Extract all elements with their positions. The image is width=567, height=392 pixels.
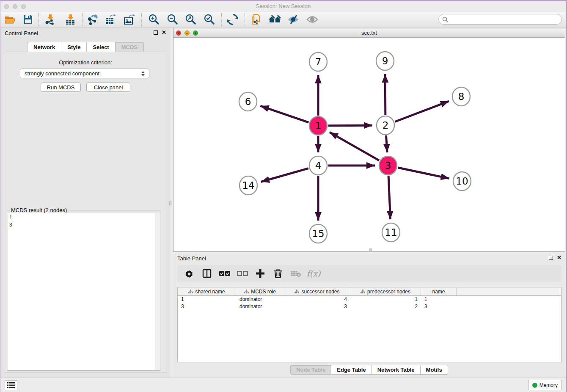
import-network-icon[interactable] <box>43 13 57 26</box>
criterion-select[interactable]: strongly connected component <box>20 69 149 78</box>
tab-node-table[interactable]: Node Table <box>290 365 331 375</box>
open-folder-icon[interactable] <box>3 13 17 26</box>
network-window-titlebar[interactable]: ✕ − + scc.txt <box>173 28 565 38</box>
mcds-result-group: MCDS result (2 nodes) 1 3 <box>7 210 160 371</box>
search-input[interactable] <box>450 17 556 22</box>
cell-name[interactable]: 1 <box>421 296 457 303</box>
attribute-tree-icon <box>361 290 365 294</box>
tab-edge-table[interactable]: Edge Table <box>331 365 371 375</box>
cell-shared-name[interactable]: 1 <box>178 296 236 303</box>
clone-network-icon[interactable] <box>249 13 263 26</box>
resize-grip[interactable] <box>369 248 372 251</box>
close-panel-button[interactable]: Close panel <box>86 83 130 92</box>
select-none-icon[interactable] <box>237 268 248 279</box>
table-row[interactable]: 3dominator323 <box>178 303 561 310</box>
gear-icon[interactable] <box>183 268 195 279</box>
refresh-icon[interactable] <box>226 13 240 26</box>
cell-successor-nodes[interactable]: 4 <box>284 296 350 303</box>
zoom-out-icon[interactable] <box>165 13 179 26</box>
export-network-icon[interactable] <box>85 13 100 26</box>
network-canvas[interactable]: 1234678910111415 <box>173 38 565 251</box>
float-table-panel-icon[interactable] <box>549 256 553 260</box>
list-icon <box>7 382 15 388</box>
add-icon[interactable] <box>254 268 266 279</box>
column-header-shared-name[interactable]: shared name <box>178 287 236 295</box>
task-history-button[interactable] <box>5 380 17 390</box>
cell-shared-name[interactable]: 3 <box>178 303 236 310</box>
delete-table-icon[interactable] <box>290 268 302 279</box>
cell-predecessor-nodes[interactable]: 2 <box>350 303 421 310</box>
export-table-icon[interactable] <box>104 13 118 26</box>
trash-icon[interactable] <box>272 268 284 279</box>
attribute-tree-icon <box>244 290 249 294</box>
home-networks-icon[interactable] <box>267 13 282 26</box>
float-panel-icon[interactable] <box>154 30 158 35</box>
node-label-6: 6 <box>245 96 251 107</box>
status-bar: Memory <box>0 378 566 392</box>
table-panel: Table Panel ✕ <box>173 254 565 378</box>
function-icon[interactable]: f(x) <box>308 268 319 279</box>
export-image-icon[interactable] <box>122 13 137 26</box>
node-label-10: 10 <box>456 176 468 187</box>
cell-predecessor-nodes[interactable]: 1 <box>350 296 421 303</box>
result-scrollbar[interactable] <box>155 213 160 370</box>
edge-1-2[interactable] <box>328 125 372 126</box>
node-table[interactable]: shared nameMCDS rolesuccessor nodesprede… <box>177 287 561 362</box>
toolbar-separator <box>82 13 83 26</box>
save-icon[interactable] <box>21 13 35 26</box>
network-view-title: scc.txt <box>173 30 565 36</box>
zoom-fit-icon[interactable] <box>183 13 198 26</box>
edge-2-3[interactable] <box>386 135 388 152</box>
tab-network[interactable]: Network <box>27 42 61 52</box>
edge-3-1[interactable] <box>330 132 379 160</box>
edge-4-14[interactable] <box>261 168 308 182</box>
edge-2-9[interactable] <box>385 74 385 115</box>
splitter-handle[interactable] <box>169 202 172 205</box>
network-graph[interactable]: 1234678910111415 <box>173 38 565 251</box>
edge-2-8[interactable] <box>395 101 449 121</box>
run-mcds-button[interactable]: Run MCDS <box>41 83 81 92</box>
tab-style[interactable]: Style <box>61 42 86 52</box>
node-label-8: 8 <box>458 91 465 102</box>
network-view-window: ✕ − + scc.txt 1234678910111415 <box>173 28 565 252</box>
mcds-result-title: MCDS result (2 nodes) <box>10 207 68 213</box>
close-table-panel-icon[interactable]: ✕ <box>557 256 561 260</box>
application-window: Session: New Session <box>0 1 566 392</box>
column-header-predecessor-nodes[interactable]: predecessor nodes <box>350 287 421 295</box>
zoom-in-icon[interactable] <box>146 13 161 26</box>
hide-eye-icon[interactable] <box>286 13 300 26</box>
cell-MCDS-role[interactable]: dominator <box>236 303 284 310</box>
edge-3-10[interactable] <box>398 168 449 179</box>
control-panel-title: Control Panel <box>5 30 38 36</box>
select-all-icon[interactable] <box>219 268 231 279</box>
search-box[interactable] <box>438 14 562 25</box>
node-label-3: 3 <box>385 160 391 171</box>
edge-1-6[interactable] <box>260 106 308 122</box>
column-label: shared name <box>195 289 225 295</box>
show-eye-icon[interactable] <box>305 13 319 26</box>
cell-successor-nodes[interactable]: 3 <box>284 303 350 310</box>
cell-name[interactable]: 3 <box>421 303 457 310</box>
table-header-row: shared nameMCDS rolesuccessor nodesprede… <box>178 287 561 296</box>
import-table-icon[interactable] <box>63 13 77 26</box>
mcds-result-text[interactable]: 1 3 <box>8 213 160 370</box>
edge-3-11[interactable] <box>388 176 391 219</box>
table-row[interactable]: 1dominator411 <box>178 296 561 303</box>
split-columns-icon[interactable] <box>201 268 213 279</box>
tab-mcds[interactable]: MCDS <box>115 42 144 52</box>
control-panel-tabs: NetworkStyleSelectMCDS <box>0 42 171 52</box>
column-header-MCDS-role[interactable]: MCDS role <box>236 287 284 295</box>
attribute-tree-icon <box>188 290 193 294</box>
column-header-name[interactable]: name <box>421 287 457 295</box>
toolbar-separator <box>245 13 245 26</box>
tab-network-table[interactable]: Network Table <box>372 365 420 375</box>
close-panel-icon[interactable]: ✕ <box>162 30 166 35</box>
tab-select[interactable]: Select <box>86 42 115 52</box>
cell-MCDS-role[interactable]: dominator <box>236 296 284 303</box>
column-label: successor nodes <box>301 289 339 295</box>
tab-motifs[interactable]: Motifs <box>420 365 448 375</box>
memory-status-icon <box>532 383 537 388</box>
memory-button[interactable]: Memory <box>528 380 562 390</box>
zoom-selected-icon[interactable] <box>202 13 216 26</box>
column-header-successor-nodes[interactable]: successor nodes <box>284 287 350 295</box>
